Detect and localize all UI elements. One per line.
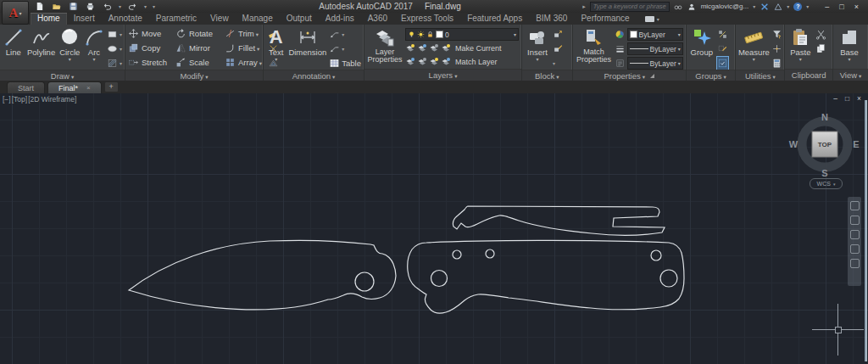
undo-caret-icon[interactable]: ▾: [119, 3, 121, 9]
nav-pan-icon[interactable]: [850, 216, 860, 225]
object-color-combo[interactable]: ByLayer ▾: [627, 28, 683, 41]
viewcube[interactable]: N W E S TOP: [786, 104, 864, 182]
redo-button[interactable]: [127, 2, 138, 12]
panel-label-view[interactable]: View: [833, 69, 868, 81]
nav-showmotion-icon[interactable]: [850, 259, 860, 268]
move-button[interactable]: Move: [128, 26, 175, 41]
nav-orbit-icon[interactable]: [850, 244, 860, 254]
create-block-button[interactable]: [553, 28, 564, 41]
quick-select-button[interactable]: [771, 28, 782, 41]
panel-label-groups[interactable]: Groups: [687, 70, 736, 81]
tab-addins[interactable]: Add-ins: [319, 13, 361, 25]
block-more-button[interactable]: ▾: [553, 57, 564, 70]
layer-on-all-icon[interactable]: [429, 57, 439, 67]
dimension-button[interactable]: Dimension: [288, 26, 326, 70]
handle-hole-4[interactable]: [651, 250, 661, 260]
help-caret-icon[interactable]: ▾: [806, 3, 809, 9]
file-tab-final[interactable]: Final* ×: [47, 81, 102, 93]
ellipse-button[interactable]: ▾: [107, 42, 122, 55]
copy-clip-button[interactable]: [815, 42, 826, 55]
tab-insert[interactable]: Insert: [67, 13, 102, 25]
canvas-edge-scrollbar[interactable]: [865, 100, 867, 361]
tab-a360[interactable]: A360: [361, 13, 394, 25]
ungroup-button[interactable]: [717, 28, 728, 41]
array-button[interactable]: Array: [225, 55, 265, 70]
blade-outline[interactable]: [129, 240, 396, 309]
layer-unlock-tool-icon[interactable]: [441, 57, 451, 67]
handle-hole-3[interactable]: [431, 271, 448, 287]
handle-hole-1[interactable]: [453, 250, 461, 259]
a360-button[interactable]: [760, 2, 769, 11]
paste-button[interactable]: Paste: [787, 26, 813, 69]
viewcube-south[interactable]: S: [821, 168, 827, 178]
copy-button[interactable]: Copy: [128, 41, 175, 55]
edit-block-button[interactable]: [553, 42, 564, 55]
tab-express-tools[interactable]: Express Tools: [394, 13, 460, 25]
rectangle-button[interactable]: ▾: [107, 28, 122, 41]
exchange-apps-button[interactable]: [773, 2, 782, 11]
group-button[interactable]: Group: [689, 26, 715, 70]
nav-zoom-icon[interactable]: [850, 230, 860, 239]
layer-select-combo[interactable]: 0 ▾: [405, 28, 519, 41]
panel-label-annotation[interactable]: Annotation: [264, 70, 364, 81]
lockbar-outline[interactable]: [453, 206, 665, 235]
qat-customize-caret-icon[interactable]: ▾: [153, 3, 155, 9]
viewcube-west[interactable]: W: [789, 139, 798, 149]
arc-button[interactable]: Arc: [84, 26, 104, 70]
layer-freeze-icon[interactable]: [417, 43, 427, 53]
viewcube-face-label[interactable]: TOP: [818, 141, 832, 148]
layer-properties-button[interactable]: Layer Properties: [367, 26, 403, 69]
navigation-bar[interactable]: [848, 197, 861, 286]
fillet-button[interactable]: Fillet: [225, 41, 265, 55]
stretch-button[interactable]: Stretch: [128, 55, 175, 70]
lineweight-settings-button[interactable]: [615, 42, 625, 55]
panel-label-utilities[interactable]: Utilities: [736, 70, 784, 81]
cut-button[interactable]: [815, 28, 826, 41]
panel-label-modify[interactable]: Modify: [125, 70, 263, 81]
search-button[interactable]: [674, 2, 683, 11]
layer-off-icon[interactable]: [429, 43, 439, 53]
panel-label-clipboard[interactable]: Clipboard: [785, 69, 832, 81]
panel-label-properties[interactable]: Properties: [573, 70, 686, 81]
group-selection-toggle[interactable]: [717, 57, 728, 70]
handle-hole-2[interactable]: [486, 249, 494, 258]
scale-button[interactable]: Scale: [175, 55, 225, 70]
linetype-combo[interactable]: ByLayer ▾: [627, 57, 683, 70]
tab-featured-apps[interactable]: Featured Apps: [460, 13, 529, 25]
new-file-tab-button[interactable]: +: [104, 81, 119, 92]
account-caret-icon[interactable]: ▾: [753, 3, 755, 9]
multileader-button[interactable]: ▾: [329, 42, 361, 55]
layer-thaw-all-icon[interactable]: [417, 57, 427, 67]
layer-lock-tool-icon[interactable]: [441, 43, 451, 53]
color-wheel-button[interactable]: [615, 28, 625, 41]
file-tab-start[interactable]: Start: [7, 81, 45, 93]
help-search-input[interactable]: [590, 2, 670, 12]
lineweight-combo[interactable]: ByLayer ▾: [627, 42, 683, 55]
save-button[interactable]: [68, 2, 79, 12]
measure-button[interactable]: Measure: [738, 26, 769, 70]
signin-user-button[interactable]: [687, 2, 697, 11]
blade-pivot-hole[interactable]: [355, 272, 374, 291]
tab-parametric[interactable]: Parametric: [149, 13, 203, 25]
tab-view[interactable]: View: [203, 13, 236, 25]
plot-button[interactable]: [85, 2, 96, 12]
id-point-button[interactable]: [771, 42, 782, 55]
tab-home[interactable]: Home: [31, 13, 67, 25]
file-tab-close-icon[interactable]: ×: [86, 84, 91, 92]
panel-label-block[interactable]: Block: [522, 70, 572, 81]
redo-caret-icon[interactable]: ▾: [144, 3, 147, 9]
tab-bim360[interactable]: BIM 360: [529, 13, 574, 25]
panel-label-draw[interactable]: Draw: [0, 70, 125, 81]
ribbon-display-toggle[interactable]: ▾: [645, 16, 659, 25]
account-menu[interactable]: micgalovic@g...: [701, 3, 749, 10]
search-scope-caret-icon[interactable]: ▸: [582, 3, 586, 10]
match-layer-button[interactable]: Match Layer: [455, 58, 498, 66]
insert-block-button[interactable]: Insert: [525, 26, 550, 70]
circle-button[interactable]: Circle: [58, 26, 81, 70]
rotate-button[interactable]: Rotate: [175, 26, 225, 41]
viewcube-east[interactable]: E: [853, 139, 859, 149]
tab-performance[interactable]: Performance: [574, 13, 636, 25]
restore-button[interactable]: □: [839, 3, 843, 11]
handle-hole-5[interactable]: [660, 270, 677, 287]
table-button[interactable]: Table: [329, 57, 361, 70]
